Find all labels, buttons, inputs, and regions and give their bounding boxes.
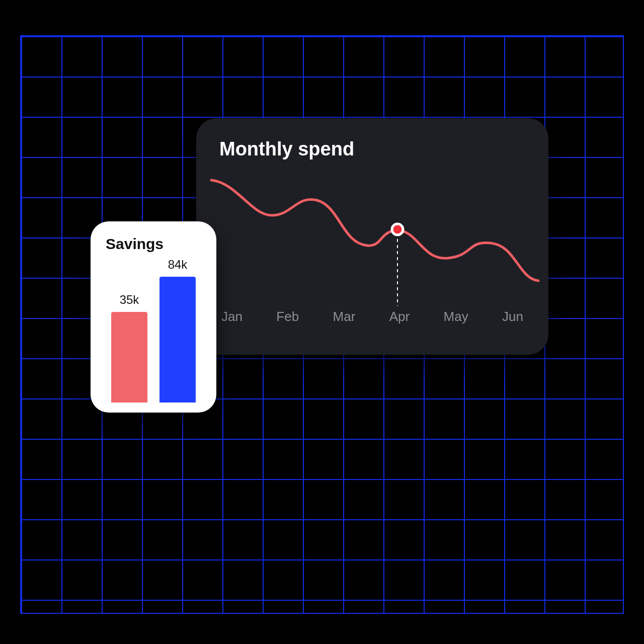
monthly-spend-card: Monthly spend Jan Feb Mar Apr May Jun	[196, 118, 548, 355]
x-tick-mar: Mar	[333, 309, 356, 325]
savings-bar-2: 84k	[159, 258, 196, 403]
spend-line	[211, 180, 538, 281]
line-chart-svg	[216, 165, 528, 306]
monthly-spend-plot	[216, 165, 528, 306]
x-tick-feb: Feb	[276, 309, 299, 325]
monthly-spend-x-axis: Jan Feb Mar Apr May Jun	[216, 306, 528, 325]
savings-bar-2-rect	[159, 277, 196, 403]
savings-title: Savings	[106, 235, 204, 253]
savings-card: Savings 35k 84k	[91, 221, 216, 413]
x-tick-jan: Jan	[221, 309, 243, 325]
x-tick-may: May	[444, 309, 468, 325]
savings-bar-1-rect	[111, 312, 147, 403]
marker-dot-icon	[392, 224, 403, 235]
savings-bar-2-label: 84k	[168, 258, 188, 272]
monthly-spend-title: Monthly spend	[219, 138, 528, 160]
stage: Monthly spend Jan Feb Mar Apr May Jun Sa…	[0, 0, 644, 644]
x-tick-apr: Apr	[389, 309, 410, 325]
savings-bar-1: 35k	[111, 293, 147, 403]
savings-bars: 35k 84k	[103, 258, 204, 403]
savings-bar-1-label: 35k	[120, 293, 139, 307]
x-tick-jun: Jun	[502, 309, 523, 325]
